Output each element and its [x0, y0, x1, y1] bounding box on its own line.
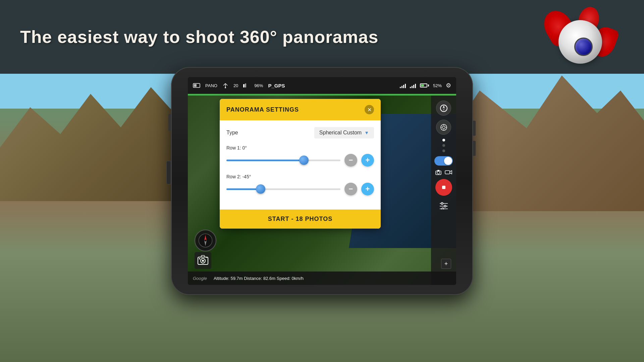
dot-1	[442, 139, 445, 141]
compass	[195, 230, 216, 251]
phone-body: PANO 20 96% P_GPS	[171, 67, 473, 295]
svg-point-5	[225, 87, 226, 88]
row2-slider-thumb[interactable]	[256, 184, 265, 194]
type-label: Type	[226, 130, 238, 136]
dialog-body: Type Spherical Custom ▼ Row 1: 0°	[220, 120, 381, 209]
target-button[interactable]	[436, 120, 451, 135]
dot-2	[442, 144, 445, 147]
battery-percent: 52%	[433, 83, 442, 88]
row2-slider-fill	[226, 188, 261, 190]
app-logo	[543, 7, 617, 80]
phone-button-left	[168, 114, 171, 131]
row1-label: Row 1: 0°	[226, 145, 374, 150]
row1-plus-button[interactable]: +	[361, 154, 374, 167]
google-label: Google	[193, 276, 207, 281]
row2-plus-button[interactable]: +	[361, 183, 374, 195]
video-small-icon	[445, 170, 452, 175]
camera-icons-row	[435, 170, 452, 175]
row2-setting: Row 2: -45° − +	[226, 174, 374, 195]
compass-icon	[198, 233, 213, 248]
bottom-bar: Google Altitude: 59.7m Distance: 82.6m S…	[188, 272, 456, 285]
count-value: 20	[233, 83, 238, 88]
svg-point-17	[437, 171, 440, 174]
svg-rect-20	[445, 171, 450, 174]
svg-rect-19	[437, 170, 439, 171]
side-panel	[431, 96, 456, 285]
svg-rect-39	[201, 255, 205, 257]
svg-rect-1	[194, 84, 197, 87]
dialog-title: PANORAMA SETTINGS	[226, 106, 299, 113]
toggle-switch[interactable]	[434, 156, 453, 166]
start-photos-button[interactable]: START - 18 PHOTOS	[220, 209, 381, 229]
dropdown-arrow-icon: ▼	[364, 130, 369, 135]
mode-label: PANO	[205, 83, 217, 88]
row2-slider-track[interactable]	[226, 188, 340, 190]
status-right: 52% ⚙	[400, 82, 451, 89]
settings-sliders-icon	[439, 201, 448, 209]
dot-3	[442, 149, 445, 152]
type-dropdown[interactable]: Spherical Custom ▼	[314, 127, 374, 138]
signal2-icon	[400, 83, 406, 88]
svg-point-24	[441, 202, 443, 204]
altitude-text: Altitude: 59.7m Distance: 82.6m Speed: 0…	[214, 276, 304, 281]
panorama-settings-dialog: PANORAMA SETTINGS ✕ Type Spherical Custo…	[220, 99, 381, 229]
phone-vol-up-button[interactable]	[473, 121, 476, 136]
status-bar: PANO 20 96% P_GPS	[188, 77, 456, 94]
signal3-icon	[410, 83, 416, 88]
camera-gear-icon	[197, 254, 209, 266]
row2-minus-button[interactable]: −	[344, 183, 357, 195]
svg-point-40	[199, 258, 200, 259]
row1-slider-row: − +	[226, 154, 374, 167]
row1-setting: Row 1: 0° − +	[226, 145, 374, 167]
type-row: Type Spherical Custom ▼	[226, 127, 374, 138]
logo-lens	[574, 38, 593, 56]
camera-small-icon	[435, 170, 441, 175]
svg-line-3	[223, 83, 225, 85]
row1-slider-track[interactable]	[226, 160, 340, 161]
phone-container: PANO 20 96% P_GPS	[171, 67, 473, 308]
row2-slider-row: − +	[226, 183, 374, 195]
signal-percent: 96%	[254, 83, 263, 88]
record-button[interactable]	[435, 179, 452, 196]
svg-marker-10	[443, 108, 445, 111]
headline: The easiest way to shoot 360° panoramas	[20, 27, 378, 47]
settings-icon[interactable]: ⚙	[446, 82, 451, 89]
dialog-close-button[interactable]: ✕	[365, 105, 374, 114]
green-indicator-bar	[188, 94, 456, 96]
type-value: Spherical Custom	[319, 130, 362, 136]
row1-slider-fill	[226, 160, 304, 161]
toggle-knob	[444, 157, 452, 165]
signal-icon	[243, 83, 249, 88]
sliders-icon[interactable]	[439, 201, 448, 211]
svg-rect-22	[442, 186, 445, 189]
phone-home-button[interactable]	[166, 161, 171, 184]
gps-label: P_GPS	[268, 83, 395, 88]
mode-icon	[193, 83, 200, 88]
phone-screen: PANO 20 96% P_GPS	[188, 77, 456, 285]
svg-point-28	[442, 208, 444, 209]
antenna-icon	[222, 83, 228, 88]
logo-sphere	[558, 20, 602, 64]
dialog-header: PANORAMA SETTINGS ✕	[220, 99, 381, 120]
phone-vol-down-button[interactable]	[473, 141, 476, 156]
compass-nav-button[interactable]	[436, 101, 451, 116]
row2-label: Row 2: -45°	[226, 174, 374, 179]
svg-point-12	[442, 126, 445, 129]
row1-minus-button[interactable]: −	[344, 154, 357, 167]
svg-line-4	[225, 83, 227, 85]
svg-rect-6	[243, 84, 245, 87]
svg-point-26	[444, 205, 446, 207]
svg-marker-21	[450, 171, 452, 174]
svg-point-38	[202, 260, 204, 262]
camera-settings-button[interactable]	[195, 252, 211, 269]
battery-container	[420, 83, 429, 87]
zoom-plus-button[interactable]: +	[441, 259, 451, 269]
row1-slider-thumb[interactable]	[299, 156, 309, 165]
stop-icon	[441, 184, 447, 190]
side-dots	[442, 139, 445, 152]
svg-marker-9	[443, 105, 445, 108]
svg-rect-7	[245, 83, 246, 87]
